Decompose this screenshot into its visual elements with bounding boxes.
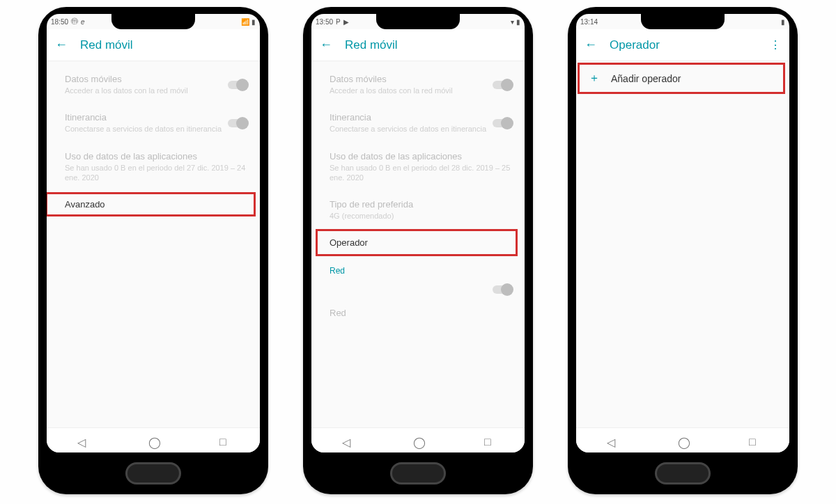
section-label-red: Red (311, 256, 525, 280)
item-itinerancia[interactable]: Itinerancia Conectarse a servicios de da… (47, 104, 260, 142)
item-uso-datos[interactable]: Uso de datos de las aplicaciones Se han … (47, 143, 260, 191)
item-operador[interactable]: Operador (311, 229, 525, 256)
status-time: 18:50 (51, 18, 68, 26)
android-navbar: ◁ ◯ □ (311, 427, 525, 452)
item-itinerancia[interactable]: Itinerancia Conectarse a servicios de da… (311, 104, 525, 142)
nav-recent-icon[interactable]: □ (749, 436, 759, 446)
wifi-icon: ▾ (511, 18, 514, 26)
toggle-itinerancia[interactable] (228, 119, 247, 127)
notch (376, 14, 460, 29)
moto-icon: ⓜ (71, 17, 78, 26)
android-navbar: ◁ ◯ □ (47, 427, 260, 452)
phone-frame-3: 13:14 ▮ ← Operador ⋮ ＋ Añadir operador ◁… (568, 7, 798, 494)
app-title: Operador (610, 38, 660, 52)
settings-content: ＋ Añadir operador (576, 61, 789, 95)
plus-icon: ＋ (589, 71, 600, 86)
back-icon[interactable]: ← (55, 38, 68, 52)
item-avanzado[interactable]: Avanzado (47, 191, 260, 218)
android-navbar: ◁ ◯ □ (576, 427, 789, 452)
add-operator-row[interactable]: ＋ Añadir operador (576, 61, 789, 95)
nav-recent-icon[interactable]: □ (219, 436, 229, 446)
toggle-datos[interactable] (228, 81, 247, 89)
back-icon[interactable]: ← (320, 38, 332, 52)
item-datos-moviles[interactable]: Datos móviles Acceder a los datos con la… (311, 65, 525, 104)
nav-back-icon[interactable]: ◁ (77, 436, 87, 446)
nav-back-icon[interactable]: ◁ (342, 436, 352, 446)
battery-icon: ▮ (781, 18, 785, 26)
physical-home-button[interactable] (655, 462, 711, 485)
toggle-datos[interactable] (493, 81, 512, 89)
settings-content: Datos móviles Acceder a los datos con la… (47, 61, 260, 218)
physical-home-button[interactable] (390, 462, 446, 485)
phone-frame-2: 13:50 P ▶ ▾ ▮ ← Red móvil Datos móviles … (303, 7, 533, 494)
app-bar: ← Red móvil (311, 29, 525, 61)
p-icon: P (336, 18, 341, 26)
nav-home-icon[interactable]: ◯ (678, 436, 688, 446)
app-title: Red móvil (80, 38, 133, 52)
item-extra-toggle[interactable] (311, 280, 525, 299)
settings-content: Datos móviles Acceder a los datos con la… (311, 61, 525, 326)
nav-home-icon[interactable]: ◯ (413, 436, 423, 446)
app-bar: ← Red móvil (47, 29, 260, 61)
screen-1: 18:50 ⓜ e 📶 ▮ ← Red móvil Datos móviles … (47, 14, 260, 452)
item-datos-moviles[interactable]: Datos móviles Acceder a los datos con la… (47, 65, 260, 104)
screen-3: 13:14 ▮ ← Operador ⋮ ＋ Añadir operador ◁… (576, 14, 789, 452)
item-red[interactable]: Red (311, 299, 525, 326)
status-time: 13:50 (316, 18, 333, 26)
notch (111, 14, 195, 29)
notch (641, 14, 725, 29)
nav-back-icon[interactable]: ◁ (607, 436, 617, 446)
phone-frame-1: 18:50 ⓜ e 📶 ▮ ← Red móvil Datos móviles … (38, 7, 268, 494)
app-title: Red móvil (345, 38, 398, 52)
e-icon: e (81, 18, 85, 26)
battery-icon: ▮ (516, 18, 520, 26)
back-icon[interactable]: ← (585, 38, 597, 52)
add-operator-label: Añadir operador (611, 73, 681, 84)
battery-icon: ▮ (251, 18, 256, 26)
screen-2: 13:50 P ▶ ▾ ▮ ← Red móvil Datos móviles … (311, 14, 525, 452)
highlight-box (578, 63, 785, 94)
item-tipo-red[interactable]: Tipo de red preferida 4G (recomendado) (311, 191, 525, 229)
signal-icon: 📶 (241, 18, 249, 26)
play-icon: ▶ (343, 18, 349, 26)
toggle-itinerancia[interactable] (493, 119, 512, 127)
item-uso-datos[interactable]: Uso de datos de las aplicaciones Se han … (311, 143, 525, 191)
toggle-extra[interactable] (493, 285, 512, 294)
app-bar: ← Operador ⋮ (576, 29, 789, 61)
overflow-icon[interactable]: ⋮ (770, 38, 781, 52)
nav-recent-icon[interactable]: □ (484, 436, 494, 446)
status-time: 13:14 (580, 18, 598, 26)
nav-home-icon[interactable]: ◯ (148, 436, 158, 446)
physical-home-button[interactable] (125, 462, 181, 485)
